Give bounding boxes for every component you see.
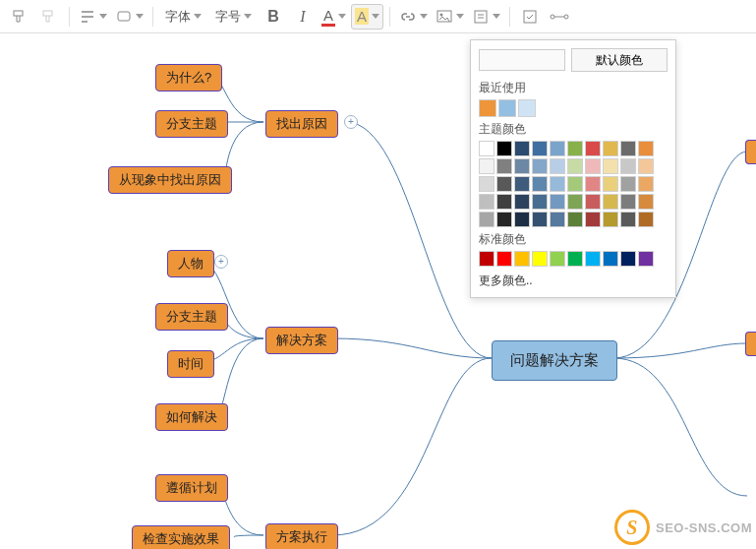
color-swatch[interactable] (496, 194, 512, 210)
color-swatch[interactable] (620, 251, 636, 267)
color-swatch[interactable] (498, 99, 516, 117)
style-button[interactable] (76, 4, 110, 30)
node-b3-c1[interactable]: 检查实施效果 (132, 525, 230, 549)
color-swatch[interactable] (496, 176, 512, 192)
color-swatch[interactable] (479, 99, 496, 117)
color-swatch[interactable] (603, 194, 618, 210)
color-swatch[interactable] (638, 194, 654, 210)
color-swatch[interactable] (620, 158, 636, 174)
image-button[interactable] (433, 4, 467, 30)
color-swatch[interactable] (550, 251, 565, 267)
color-swatch[interactable] (567, 212, 583, 227)
font-color-button[interactable]: A (319, 4, 349, 30)
color-swatch[interactable] (496, 251, 512, 267)
color-swatch[interactable] (620, 194, 636, 210)
node-right-partial-1[interactable] (745, 140, 756, 164)
color-swatch[interactable] (514, 251, 530, 267)
color-swatch[interactable] (638, 212, 654, 227)
color-swatch[interactable] (603, 212, 618, 227)
color-swatch[interactable] (585, 158, 601, 174)
relation-button[interactable] (546, 4, 573, 30)
color-swatch[interactable] (518, 99, 536, 117)
node-central[interactable]: 问题解决方案 (492, 340, 617, 381)
color-swatch[interactable] (550, 158, 565, 174)
bg-color-button[interactable]: A (351, 4, 383, 30)
color-swatch[interactable] (479, 251, 494, 267)
color-swatch[interactable] (514, 158, 530, 174)
color-swatch[interactable] (514, 141, 530, 156)
color-swatch[interactable] (585, 251, 601, 267)
color-swatch[interactable] (567, 158, 583, 174)
clear-format-button[interactable] (35, 4, 63, 30)
node-b1-c2[interactable]: 从现象中找出原因 (108, 166, 232, 194)
shape-button[interactable] (112, 4, 146, 30)
separator (69, 7, 70, 27)
color-swatch[interactable] (603, 141, 618, 156)
color-swatch[interactable] (585, 212, 601, 227)
color-swatch[interactable] (532, 212, 548, 227)
color-swatch[interactable] (638, 158, 654, 174)
color-swatch[interactable] (496, 158, 512, 174)
color-swatch[interactable] (532, 141, 548, 156)
link-button[interactable] (396, 4, 431, 30)
color-swatch[interactable] (550, 212, 565, 227)
bold-button[interactable]: B (260, 4, 287, 30)
color-swatch[interactable] (532, 251, 548, 267)
color-swatch[interactable] (550, 141, 565, 156)
color-swatch[interactable] (496, 212, 512, 227)
color-swatch[interactable] (620, 141, 636, 156)
color-swatch[interactable] (532, 158, 548, 174)
expand-toggle[interactable] (344, 115, 358, 129)
color-swatch[interactable] (567, 251, 583, 267)
color-swatch[interactable] (567, 194, 583, 210)
node-b1-title[interactable]: 找出原因 (265, 110, 338, 138)
color-swatch[interactable] (638, 251, 654, 267)
color-swatch[interactable] (514, 194, 530, 210)
color-swatch[interactable] (585, 141, 601, 156)
svg-point-8 (564, 15, 568, 19)
node-b1-c0[interactable]: 为什么? (155, 64, 222, 92)
color-swatch[interactable] (479, 158, 494, 174)
node-b3-title[interactable]: 方案执行 (265, 523, 338, 549)
node-b3-c0[interactable]: 遵循计划 (155, 474, 228, 502)
color-swatch[interactable] (514, 212, 530, 227)
color-swatch[interactable] (479, 212, 494, 227)
color-swatch[interactable] (603, 158, 618, 174)
color-swatch[interactable] (479, 176, 494, 192)
color-swatch[interactable] (585, 194, 601, 210)
node-b2-c2[interactable]: 时间 (167, 350, 214, 378)
note-button[interactable] (469, 4, 503, 30)
color-swatch[interactable] (479, 194, 494, 210)
node-right-partial-2[interactable] (745, 332, 756, 356)
node-b2-c0[interactable]: 人物 (167, 250, 214, 277)
color-swatch[interactable] (567, 176, 583, 192)
font-select[interactable]: 字体 (159, 4, 207, 30)
color-swatch[interactable] (479, 141, 494, 156)
color-swatch[interactable] (532, 176, 548, 192)
italic-button[interactable]: I (289, 4, 317, 30)
task-button[interactable] (516, 4, 544, 30)
default-color-button[interactable]: 默认颜色 (571, 48, 668, 72)
node-b2-title[interactable]: 解决方案 (265, 327, 338, 354)
color-swatch[interactable] (550, 194, 565, 210)
color-swatch[interactable] (532, 194, 548, 210)
node-b1-c1[interactable]: 分支主题 (155, 110, 228, 138)
color-swatch[interactable] (620, 212, 636, 227)
format-painter-button[interactable] (6, 4, 33, 30)
color-swatch[interactable] (550, 176, 565, 192)
color-swatch[interactable] (638, 176, 654, 192)
node-b2-c3[interactable]: 如何解决 (155, 403, 228, 431)
font-size-select[interactable]: 字号 (209, 4, 258, 30)
node-b2-c1[interactable]: 分支主题 (155, 303, 228, 331)
more-colors-button[interactable]: 更多颜色.. (479, 273, 668, 289)
color-swatch[interactable] (514, 176, 530, 192)
font-label: 字体 (165, 8, 191, 26)
color-swatch[interactable] (585, 176, 601, 192)
expand-toggle[interactable] (214, 255, 228, 269)
color-swatch[interactable] (620, 176, 636, 192)
color-swatch[interactable] (638, 141, 654, 156)
color-swatch[interactable] (603, 176, 618, 192)
color-swatch[interactable] (567, 141, 583, 156)
color-swatch[interactable] (603, 251, 618, 267)
color-swatch[interactable] (496, 141, 512, 156)
